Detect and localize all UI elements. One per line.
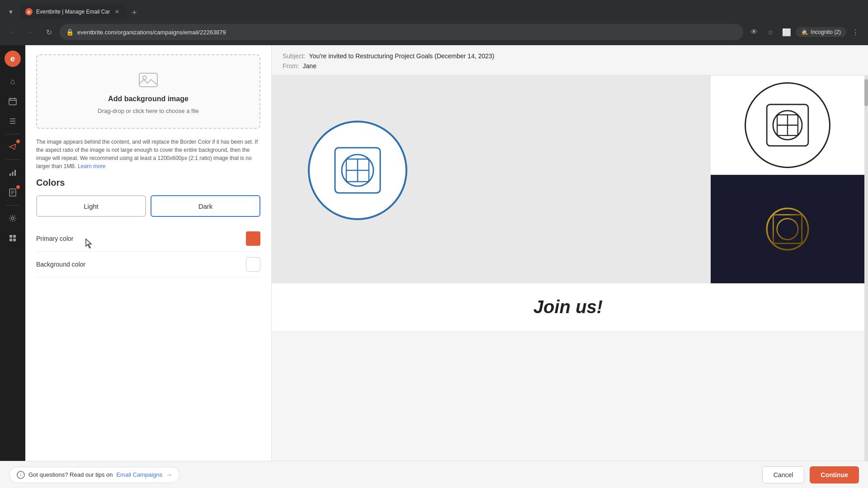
scrollbar-thumb[interactable]: [864, 79, 868, 106]
sidebar-item-analytics[interactable]: [4, 164, 22, 182]
nav-divider-1: [5, 134, 20, 134]
scrollbar-track[interactable]: [864, 75, 868, 478]
preview-content: Join us!: [272, 75, 864, 437]
primary-color-row: Primary color: [36, 226, 260, 252]
browser-toolbar: ← → ↻ 🔒 eventbrite.com/organizations/cam…: [0, 19, 868, 45]
background-color-swatch[interactable]: [246, 257, 260, 272]
svg-rect-8: [12, 172, 14, 176]
new-tab-button[interactable]: +: [128, 6, 141, 19]
sidebar-item-settings[interactable]: [4, 209, 22, 227]
sidebar-item-home[interactable]: ⌂: [4, 72, 22, 90]
svg-rect-16: [13, 235, 16, 238]
preview-header: Subject: You're invited to Restructuring…: [272, 45, 868, 75]
incognito-icon: 🕵: [801, 29, 808, 35]
toolbar-actions: 👁 ☆ ⬜ 🕵 Incognito (2) ⋮: [747, 25, 863, 39]
image-upload-icon: [137, 69, 159, 90]
colors-section: Colors Light Dark Primary color Backgrou…: [36, 178, 260, 277]
from-value: Jane: [303, 62, 316, 70]
cast-icon[interactable]: ⬜: [779, 25, 794, 39]
star-icon[interactable]: ☆: [763, 25, 778, 39]
svg-point-20: [143, 76, 146, 80]
browser-tab-active[interactable]: e Eventbrite | Manage Email Car ✕: [20, 5, 126, 19]
info-icon: i: [17, 471, 25, 479]
url-display: eventbrite.com/organizations/campaigns/e…: [77, 29, 737, 36]
main-layout: e ⌂ ?: [0, 45, 868, 488]
light-mode-button[interactable]: Light: [36, 195, 146, 217]
preview-meta: Subject: You're invited to Restructuring…: [283, 52, 857, 70]
app-logo[interactable]: e: [5, 51, 21, 67]
menu-button[interactable]: ⋮: [848, 25, 863, 39]
refresh-button[interactable]: ↻: [42, 25, 56, 39]
subject-label: Subject:: [283, 52, 306, 60]
logo-text: e: [10, 54, 15, 64]
nav-divider-2: [5, 160, 20, 160]
subject-value: You're invited to Restructuring Project …: [309, 52, 495, 60]
background-color-label: Background color: [36, 261, 85, 268]
dark-mode-button[interactable]: Dark: [151, 195, 260, 217]
upload-description: The image appears behind the content, an…: [36, 138, 260, 170]
svg-rect-15: [9, 235, 12, 238]
tab-favicon: e: [25, 8, 33, 15]
forward-button[interactable]: →: [24, 25, 38, 39]
svg-point-14: [11, 217, 14, 220]
learn-more-link[interactable]: Learn more: [78, 163, 105, 169]
incognito-label: Incognito (2): [811, 29, 841, 35]
from-row: From: Jane: [283, 62, 857, 70]
background-color-row: Background color: [36, 252, 260, 277]
svg-rect-7: [9, 174, 11, 176]
nav-divider-3: [5, 205, 20, 206]
svg-rect-18: [13, 239, 16, 241]
primary-color-label: Primary color: [36, 235, 73, 242]
sidebar-item-campaigns[interactable]: [4, 138, 22, 156]
colors-section-title: Colors: [36, 178, 260, 188]
dark-logo-box: [711, 175, 864, 283]
browser-chrome: ▼ e Eventbrite | Manage Email Car ✕ + ← …: [0, 0, 868, 45]
tips-link-text[interactable]: Email Campaigns: [116, 471, 162, 478]
tab-back-button[interactable]: ▼: [4, 5, 18, 19]
sidebar-item-reports[interactable]: [4, 183, 22, 202]
cancel-button[interactable]: Cancel: [762, 466, 805, 483]
email-preview: Join us!: [272, 75, 864, 331]
sidebar-item-list[interactable]: [4, 112, 22, 130]
upload-subtitle: Drag-drop or click here to choose a file: [98, 108, 198, 114]
upload-area[interactable]: Add background image Drag-drop or click …: [36, 54, 260, 129]
tips-link-container[interactable]: i Got questions? Read our tips on Email …: [9, 467, 179, 483]
bottom-actions: Cancel Continue: [762, 466, 859, 483]
sidebar-nav: e ⌂ ?: [0, 45, 25, 488]
address-bar[interactable]: 🔒 eventbrite.com/organizations/campaigns…: [60, 24, 743, 40]
black-logo-circle-container: [711, 75, 864, 175]
tab-title: Eventbrite | Manage Email Car: [36, 9, 110, 15]
color-mode-buttons: Light Dark: [36, 195, 260, 217]
svg-rect-17: [9, 239, 12, 241]
from-label: From:: [283, 62, 299, 70]
incognito-button[interactable]: 🕵 Incognito (2): [796, 27, 846, 37]
continue-button[interactable]: Continue: [810, 466, 859, 483]
bottom-bar: i Got questions? Read our tips on Email …: [0, 461, 868, 488]
join-text-area: Join us!: [272, 283, 864, 331]
sidebar-item-apps[interactable]: [4, 229, 22, 247]
lock-icon: 🔒: [66, 28, 74, 36]
join-text: Join us!: [533, 297, 603, 317]
right-panel: [711, 75, 864, 283]
sidebar-item-calendar[interactable]: [4, 92, 22, 110]
tab-close-button[interactable]: ✕: [113, 8, 121, 15]
content-panel: Add background image Drag-drop or click …: [25, 45, 272, 488]
subject-row: Subject: You're invited to Restructuring…: [283, 52, 857, 60]
preview-panel: Subject: You're invited to Restructuring…: [272, 45, 868, 488]
tips-prefix: Got questions? Read our tips on: [28, 471, 113, 478]
black-logo-circle: [745, 82, 830, 168]
back-button[interactable]: ←: [5, 25, 20, 39]
browser-tabs: ▼ e Eventbrite | Manage Email Car ✕ +: [0, 0, 868, 19]
blue-logo-circle: [308, 121, 407, 220]
tips-arrow-icon: →: [166, 471, 172, 478]
svg-rect-19: [139, 73, 157, 87]
svg-rect-9: [14, 170, 16, 176]
primary-color-swatch[interactable]: [246, 231, 260, 246]
eye-off-icon[interactable]: 👁: [747, 25, 761, 39]
upload-title: Add background image: [108, 95, 189, 103]
svg-rect-0: [9, 99, 16, 105]
